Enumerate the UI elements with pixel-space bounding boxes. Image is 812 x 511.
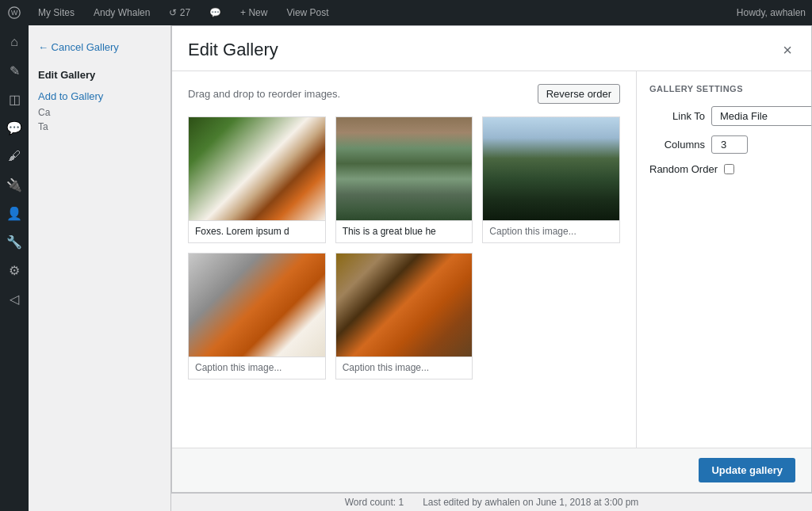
image-item-4[interactable]: Caption this image... — [188, 253, 326, 379]
columns-input[interactable] — [711, 135, 748, 154]
admin-bar-new[interactable]: + New — [237, 7, 270, 18]
image-caption-1: Foxes. Lorem ipsum d — [189, 220, 325, 242]
sidebar-icon-plugins[interactable]: 🔌 — [0, 171, 29, 198]
reverse-order-button[interactable]: Reverse order — [538, 84, 620, 104]
link-to-row: Link To Media File Attachment Page None … — [649, 106, 799, 126]
admin-bar-site-name[interactable]: Andy Whalen — [90, 7, 153, 18]
gallery-settings-panel: GALLERY SETTINGS Link To Media File Atta… — [637, 71, 811, 448]
sidebar-icon-posts[interactable]: ✎ — [0, 57, 29, 84]
sidebar-icon-comments[interactable]: 💬 — [0, 114, 29, 141]
modal-body: Drag and drop to reorder images. Reverse… — [172, 71, 811, 448]
secondary-sidebar-label-ca: Ca — [29, 105, 170, 120]
sidebar: ⌂ ✎ ◫ 💬 🖌 🔌 👤 🔧 ⚙ ◁ — [0, 25, 29, 511]
secondary-sidebar-title: Edit Gallery — [29, 66, 170, 87]
wp-layout: ⌂ ✎ ◫ 💬 🖌 🔌 👤 🔧 ⚙ ◁ ← Cancel Gallery Edi… — [0, 25, 812, 511]
word-count: Word count: 1 — [345, 497, 404, 508]
secondary-sidebar-label-ta: Ta — [29, 120, 170, 134]
image-caption-5: Caption this image... — [336, 357, 473, 379]
update-gallery-button[interactable]: Update gallery — [699, 458, 795, 482]
modal-title: Edit Gallery — [188, 40, 278, 60]
modal-close-button[interactable]: × — [779, 39, 795, 61]
sidebar-icon-media[interactable]: ◫ — [0, 86, 29, 112]
sidebar-icon-appearance[interactable]: 🖌 — [0, 143, 29, 170]
admin-bar-updates-count[interactable]: ↺ 27 — [166, 7, 193, 18]
sidebar-icon-users[interactable]: 👤 — [0, 200, 29, 227]
gallery-edit-area: Drag and drop to reorder images. Reverse… — [172, 71, 637, 448]
gallery-toolbar: Drag and drop to reorder images. Reverse… — [188, 84, 620, 104]
wp-logo-icon[interactable]: W — [6, 5, 22, 21]
image-thumb-5 — [336, 254, 473, 357]
image-grid: Foxes. Lorem ipsum d This is a great blu… — [188, 116, 620, 379]
add-to-gallery-link[interactable]: Add to Gallery — [29, 87, 170, 105]
image-item-2[interactable]: This is a great blue he — [335, 116, 473, 243]
edit-gallery-container: Edit Gallery × Drag and drop to reorder … — [171, 25, 812, 493]
image-thumb-4 — [189, 254, 325, 357]
admin-bar-my-sites[interactable]: My Sites — [35, 7, 78, 18]
link-to-select[interactable]: Media File Attachment Page None Custom U… — [711, 106, 811, 126]
admin-bar-view-post[interactable]: View Post — [283, 7, 331, 18]
image-item-3[interactable]: Caption this image... — [482, 116, 620, 243]
image-thumb-2 — [336, 117, 473, 220]
secondary-sidebar: ← Cancel Gallery Edit Gallery Add to Gal… — [29, 25, 171, 511]
columns-label: Columns — [649, 139, 705, 151]
sidebar-icon-settings[interactable]: ⚙ — [0, 257, 29, 284]
image-thumb-1 — [189, 117, 325, 220]
admin-bar-greeting: Howdy, awhalen — [737, 7, 806, 18]
sidebar-icon-tools[interactable]: 🔧 — [0, 228, 29, 255]
modal-header: Edit Gallery × — [172, 26, 811, 71]
cancel-gallery-link[interactable]: ← Cancel Gallery — [29, 35, 170, 66]
admin-bar: W My Sites Andy Whalen ↺ 27 💬 + New View… — [0, 0, 812, 25]
image-caption-4: Caption this image... — [189, 357, 325, 379]
image-thumb-3 — [483, 117, 619, 220]
modal-footer: Update gallery — [172, 448, 811, 492]
image-caption-2: This is a great blue he — [336, 220, 473, 242]
sidebar-icon-collapse[interactable]: ◁ — [0, 285, 29, 312]
last-edited: Last edited by awhalen on June 1, 2018 a… — [423, 497, 638, 508]
random-order-row: Random Order — [649, 163, 799, 175]
link-to-label: Link To — [649, 110, 705, 122]
image-item-5[interactable]: Caption this image... — [335, 253, 473, 379]
svg-text:W: W — [11, 9, 18, 17]
gallery-hint: Drag and drop to reorder images. — [188, 88, 340, 100]
admin-bar-comments[interactable]: 💬 — [206, 7, 224, 18]
gallery-settings-title: GALLERY SETTINGS — [649, 84, 799, 93]
random-order-checkbox[interactable] — [724, 164, 734, 174]
status-bar: Word count: 1 Last edited by awhalen on … — [171, 493, 812, 511]
main-content: Edit Gallery × Drag and drop to reorder … — [171, 25, 812, 511]
sidebar-icon-dashboard[interactable]: ⌂ — [0, 29, 29, 55]
random-order-label: Random Order — [649, 163, 718, 175]
columns-row: Columns — [649, 135, 799, 154]
image-item-1[interactable]: Foxes. Lorem ipsum d — [188, 116, 326, 243]
image-caption-3: Caption this image... — [483, 220, 619, 242]
